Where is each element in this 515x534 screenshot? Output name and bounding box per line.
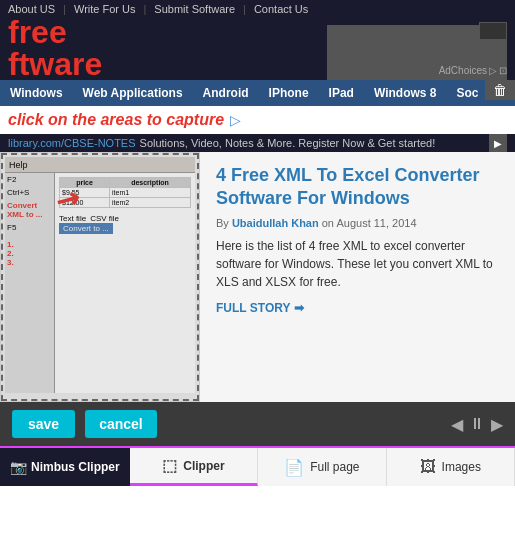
col-desc: description: [110, 178, 191, 188]
top-nav-submit[interactable]: Submit Software: [154, 3, 235, 15]
col-price: price: [60, 178, 110, 188]
pause-icon[interactable]: ⏸: [469, 415, 485, 433]
sidebar-f5-key: F5: [7, 223, 52, 232]
logo-left: free ftware: [8, 16, 102, 80]
divider3: |: [243, 3, 246, 15]
article-date: August 11, 2014: [336, 217, 416, 229]
nav-iphone[interactable]: IPhone: [259, 80, 319, 106]
logo-free: free: [8, 16, 102, 48]
cell-price2: $12.00: [60, 198, 110, 208]
images-icon: 🖼: [420, 458, 436, 476]
sidebar-f5: Convert XML to ...: [7, 201, 52, 219]
article-meta: By Ubaidullah Khan on August 11, 2014: [216, 217, 499, 229]
tab-clipper-label: Clipper: [183, 459, 224, 473]
fullpage-icon: 📄: [284, 458, 304, 477]
step-2: 2.: [7, 249, 52, 258]
play-icon: ▷: [230, 112, 241, 128]
nimbus-bar: 📷 Nimbus Clipper ⬚ Clipper 📄 Full page 🖼…: [0, 446, 515, 486]
article-body: Here is the list of 4 free XML to excel …: [216, 237, 499, 291]
tab-images[interactable]: 🖼 Images: [387, 448, 515, 486]
ad-choices-icon: ▷: [489, 65, 497, 76]
full-story-link[interactable]: FULL STORY ➡: [216, 301, 499, 315]
sidebar-ctrls: Ctrl+S: [7, 188, 52, 197]
nimbus-brand: 📷 Nimbus Clipper: [0, 448, 130, 486]
full-story-text: FULL STORY: [216, 301, 290, 315]
app-window: Help F2 Ctrl+S Convert XML to ... F5 1. …: [1, 153, 199, 401]
nav-arrows: ◀ ⏸ ▶: [451, 415, 503, 434]
logo-ware: ftware: [8, 48, 102, 80]
article-author[interactable]: Ubaidullah Khan: [232, 217, 319, 229]
delete-button[interactable]: 🗑: [485, 80, 515, 100]
next-arrow[interactable]: ▶: [491, 415, 503, 434]
app-sidebar: F2 Ctrl+S Convert XML to ... F5 1. 2. 3.: [5, 173, 55, 393]
nimbus-tabs: ⬚ Clipper 📄 Full page 🖼 Images: [130, 448, 515, 486]
banner-arrow[interactable]: ▶: [489, 134, 507, 152]
left-panel: Help F2 Ctrl+S Convert XML to ... F5 1. …: [0, 152, 200, 402]
cell-price1: $9.55: [60, 188, 110, 198]
nav-soc[interactable]: Soc: [447, 80, 489, 106]
tab-clipper[interactable]: ⬚ Clipper: [130, 448, 258, 486]
article-title: 4 Free XML To Excel Converter Software F…: [216, 164, 499, 211]
sidebar-f2: F2: [7, 175, 52, 184]
step-3: 3.: [7, 258, 52, 267]
app-content: F2 Ctrl+S Convert XML to ... F5 1. 2. 3.…: [5, 173, 195, 393]
app-table: price description $9.55 item1 $12.00 ite…: [59, 177, 191, 208]
divider2: |: [143, 3, 146, 15]
app-main-content: price description $9.55 item1 $12.00 ite…: [55, 173, 195, 393]
file-type-row: Text file CSV file: [59, 214, 191, 223]
tab-fullpage-label: Full page: [310, 460, 359, 474]
right-panel: 4 Free XML To Excel Converter Software F…: [200, 152, 515, 402]
convert-button[interactable]: Convert to ...: [59, 223, 113, 234]
ad-choices: AdChoices ▷ ⊡: [439, 65, 507, 76]
filetype-text: Text file: [59, 214, 86, 223]
sub-banner-link[interactable]: library.com/CBSE-NOTES: [8, 137, 136, 149]
sub-banner-text: Solutions, Video, Notes & More. Register…: [140, 137, 436, 149]
top-nav-write[interactable]: Write For Us: [74, 3, 136, 15]
clipper-icon: ⬚: [162, 456, 177, 475]
menu-help[interactable]: Help: [9, 160, 28, 170]
cancel-button[interactable]: cancel: [85, 410, 157, 438]
step-1: 1.: [7, 240, 52, 249]
nav-windows[interactable]: Windows: [0, 80, 73, 106]
full-story-arrow: ➡: [294, 301, 304, 315]
main-content: Help F2 Ctrl+S Convert XML to ... F5 1. …: [0, 152, 515, 402]
nav-windows8[interactable]: Windows 8: [364, 80, 447, 106]
action-bar: save cancel ◀ ⏸ ▶: [0, 402, 515, 446]
main-nav: Windows Web Applications Android IPhone …: [0, 80, 515, 106]
top-nav-contact[interactable]: Contact Us: [254, 3, 308, 15]
prev-arrow[interactable]: ◀: [451, 415, 463, 434]
nav-android[interactable]: Android: [193, 80, 259, 106]
nav-webapps[interactable]: Web Applications: [73, 80, 193, 106]
logo-area: free ftware AdChoices ▷ ⊡ 🗑: [0, 18, 515, 80]
nimbus-logo-icon: 📷: [10, 459, 27, 475]
cell-desc2: item2: [110, 198, 191, 208]
nimbus-brand-text: Nimbus Clipper: [31, 460, 120, 474]
save-button[interactable]: save: [12, 410, 75, 438]
tab-images-label: Images: [442, 460, 481, 474]
delete-overlay: 🗑: [485, 80, 515, 100]
search-box[interactable]: [479, 22, 507, 40]
instruction-text: click on the areas to capture: [8, 111, 224, 129]
ad-resize-icon: ⊡: [499, 65, 507, 76]
cell-desc1: item1: [110, 188, 191, 198]
filetype-csv: CSV file: [90, 214, 119, 223]
tab-fullpage[interactable]: 📄 Full page: [258, 448, 386, 486]
app-menu-bar: Help: [5, 157, 195, 173]
nav-ipad[interactable]: IPad: [319, 80, 364, 106]
sub-banner: library.com/CBSE-NOTES Solutions, Video,…: [0, 134, 515, 152]
instruction-bar: click on the areas to capture ▷: [0, 106, 515, 134]
